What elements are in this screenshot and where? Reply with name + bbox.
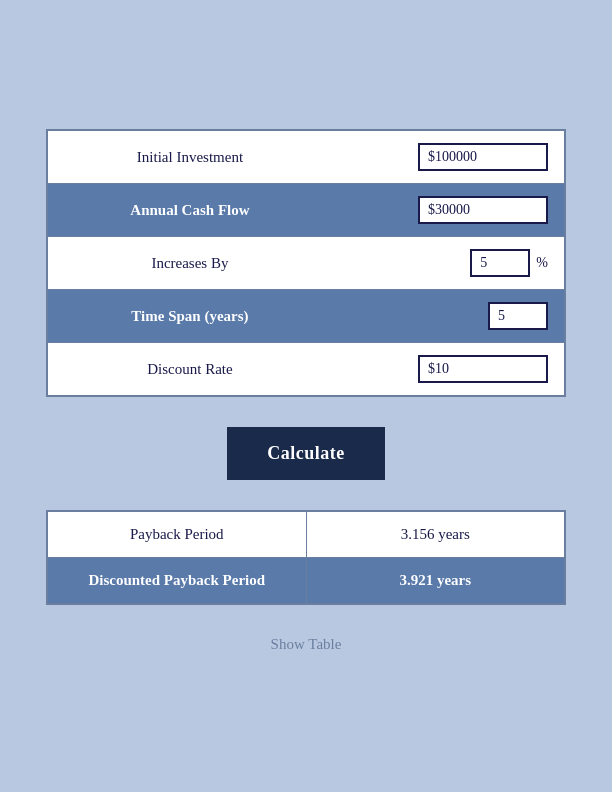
discount-rate-input[interactable] <box>418 355 548 383</box>
show-table-row: Show Table <box>46 625 566 663</box>
discounted-payback-period-row: Discounted Payback Period 3.921 years <box>47 558 565 605</box>
increases-by-cell: % <box>332 237 565 290</box>
annual-cash-flow-row: Annual Cash Flow <box>47 184 565 237</box>
percent-suffix: % <box>536 255 548 271</box>
input-table: Initial Investment Annual Cash Flow Incr… <box>46 129 566 397</box>
annual-cash-flow-label: Annual Cash Flow <box>47 184 332 237</box>
payback-period-label: Payback Period <box>47 511 306 558</box>
button-row: Calculate <box>46 427 566 480</box>
calculate-button[interactable]: Calculate <box>227 427 384 480</box>
time-span-cell <box>332 290 565 343</box>
page-container: Initial Investment Annual Cash Flow Incr… <box>26 109 586 683</box>
initial-investment-cell <box>332 130 565 184</box>
initial-investment-row: Initial Investment <box>47 130 565 184</box>
initial-investment-label: Initial Investment <box>47 130 332 184</box>
results-table: Payback Period 3.156 years Discounted Pa… <box>46 510 566 605</box>
increases-by-wrapper: % <box>348 249 548 277</box>
payback-period-value: 3.156 years <box>306 511 565 558</box>
annual-cash-flow-cell <box>332 184 565 237</box>
discounted-payback-period-label: Discounted Payback Period <box>47 558 306 605</box>
increases-by-input[interactable] <box>470 249 530 277</box>
time-span-label: Time Span (years) <box>47 290 332 343</box>
discount-rate-label: Discount Rate <box>47 343 332 397</box>
discount-rate-row: Discount Rate <box>47 343 565 397</box>
time-span-row: Time Span (years) <box>47 290 565 343</box>
time-span-input[interactable] <box>488 302 548 330</box>
increases-by-label: Increases By <box>47 237 332 290</box>
payback-period-row: Payback Period 3.156 years <box>47 511 565 558</box>
discounted-payback-period-value: 3.921 years <box>306 558 565 605</box>
discount-rate-cell <box>332 343 565 397</box>
initial-investment-input[interactable] <box>418 143 548 171</box>
annual-cash-flow-input[interactable] <box>418 196 548 224</box>
show-table-button[interactable]: Show Table <box>271 636 342 653</box>
increases-by-row: Increases By % <box>47 237 565 290</box>
